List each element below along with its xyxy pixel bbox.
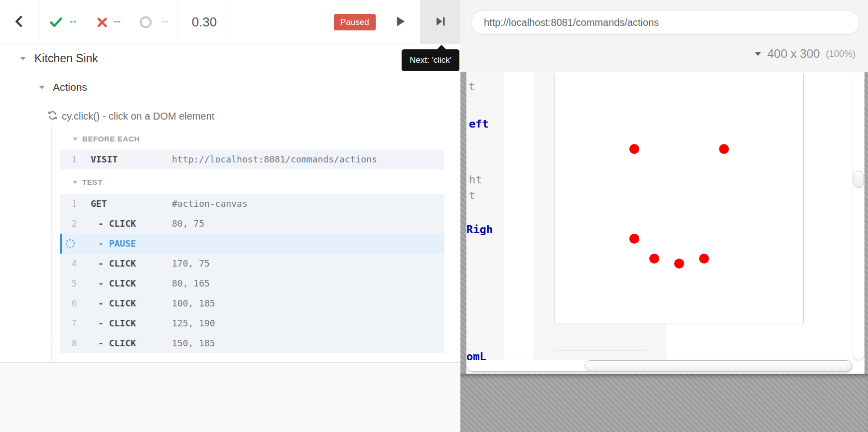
command-message: http://localhost:8081/commands/actions <box>172 149 377 169</box>
command-number: 5 <box>60 274 77 293</box>
vertical-scrollbar-track[interactable] <box>853 73 864 360</box>
repeat-icon <box>47 110 58 123</box>
runner-bottom-hatch <box>460 374 868 432</box>
aut-divider-line <box>554 350 647 351</box>
command-row[interactable]: 1 VISIT http://localhost:8081/commands/a… <box>60 149 444 169</box>
command-method: CLICK <box>98 293 136 313</box>
reporter-footer-area <box>0 362 460 432</box>
command-row[interactable]: 6 CLICK 100, 185 <box>60 293 444 313</box>
url-address-bar[interactable]: http://localhost:8081/commands/actions <box>471 10 860 35</box>
before-each-commands: 1 VISIT http://localhost:8081/commands/a… <box>60 149 444 169</box>
command-row-paused[interactable]: PAUSE <box>60 234 444 254</box>
code-fragment: eft <box>469 118 489 131</box>
section-label: TEST <box>82 178 103 186</box>
reporter-toolbar: -- -- -- 0.30 Paused <box>0 0 460 44</box>
command-message: 150, 185 <box>172 333 215 353</box>
url-text: http://localhost:8081/commands/actions <box>484 17 659 28</box>
code-fragment: t <box>469 189 475 202</box>
passed-count: -- <box>70 16 77 27</box>
suite-title: Actions <box>53 81 87 93</box>
viewport-caret-icon <box>755 52 761 56</box>
code-fragment: t <box>468 80 475 93</box>
failed-cross-icon <box>96 16 108 30</box>
viewport-size: 400 x 300 <box>767 47 820 61</box>
command-row[interactable]: 1 GET #action-canvas <box>60 194 444 214</box>
passed-check-icon <box>49 15 63 31</box>
command-number: 4 <box>60 254 77 274</box>
pause-spinner-icon <box>65 238 76 251</box>
click-dot <box>649 254 659 264</box>
command-method: CLICK <box>98 333 136 353</box>
horizontal-scrollbar-thumb[interactable] <box>584 360 852 371</box>
viewport-size-selector[interactable]: 400 x 300 (100%) <box>755 46 856 62</box>
suite-actions[interactable]: Actions <box>39 81 87 93</box>
tooltip-text: Next: 'click' <box>410 55 451 65</box>
play-icon <box>395 15 407 29</box>
vertical-scrollbar-thumb[interactable] <box>854 171 864 188</box>
toolbar-divider <box>39 0 39 44</box>
click-dot <box>699 254 709 264</box>
aut-code-block <box>534 72 554 323</box>
suite-kitchen-sink[interactable]: Kitchen Sink <box>20 52 98 65</box>
command-number: 1 <box>60 149 77 169</box>
command-method: CLICK <box>98 274 136 293</box>
duration-timer: 0.30 <box>178 0 231 44</box>
runner-panel: http://localhost:8081/commands/actions 4… <box>460 0 868 432</box>
command-message: 80, 165 <box>172 274 210 293</box>
suite-title: Kitchen Sink <box>34 52 98 65</box>
command-message: 125, 190 <box>172 313 215 333</box>
command-message: 170, 75 <box>172 254 210 274</box>
command-method: CLICK <box>98 313 136 333</box>
command-row[interactable]: 7 CLICK 125, 190 <box>60 313 444 333</box>
pending-circle-icon <box>139 15 152 31</box>
next-step-button[interactable] <box>420 0 460 44</box>
click-dot <box>719 144 729 154</box>
caret-down-icon <box>20 57 26 60</box>
iframe-left-border <box>460 72 466 374</box>
failed-count: -- <box>114 16 121 27</box>
resume-button[interactable] <box>388 0 413 44</box>
action-canvas[interactable] <box>554 74 804 323</box>
aut-code-block <box>534 323 666 360</box>
back-button[interactable] <box>0 0 39 44</box>
command-method: VISIT <box>91 149 118 169</box>
section-before-each[interactable]: BEFORE EACH <box>73 135 140 143</box>
command-row[interactable]: 4 CLICK 170, 75 <box>60 254 444 274</box>
caret-down-icon <box>73 138 78 141</box>
step-forward-icon <box>435 16 446 28</box>
command-number: 2 <box>60 214 77 234</box>
command-row[interactable]: 8 CLICK 150, 185 <box>60 333 444 353</box>
command-method: CLICK <box>98 214 136 234</box>
section-label: BEFORE EACH <box>82 135 140 143</box>
caret-down-icon <box>73 181 78 184</box>
aut-code-column: tefthttRighomL <box>466 72 504 360</box>
app-under-test-frame: tefthttRighomL <box>460 72 868 374</box>
command-number: 6 <box>60 293 77 313</box>
paused-badge: Paused <box>334 14 376 30</box>
command-number: 8 <box>60 333 77 353</box>
code-fragment: omL <box>466 350 486 360</box>
iframe-right-border <box>865 72 868 374</box>
test-title: cy.click() - click on a DOM element <box>62 111 214 122</box>
section-test[interactable]: TEST <box>73 178 103 186</box>
code-fragment: Righ <box>466 223 493 236</box>
back-chevron-icon <box>13 15 26 29</box>
test-commands: 1 GET #action-canvas 2 CLICK 80, 75 PAUS… <box>60 194 444 353</box>
code-fragment: ht <box>469 173 482 186</box>
pending-count: -- <box>161 16 168 27</box>
command-message: 80, 75 <box>172 214 204 234</box>
cypress-test-runner-window: -- -- -- 0.30 Paused <box>0 0 868 432</box>
test-title-row[interactable]: cy.click() - click on a DOM element <box>47 110 214 123</box>
next-step-tooltip: Next: 'click' <box>402 49 459 71</box>
command-row[interactable]: 2 CLICK 80, 75 <box>60 214 444 234</box>
command-message: 100, 185 <box>172 293 215 313</box>
click-dot <box>629 234 639 244</box>
toolbar-divider <box>231 0 231 44</box>
command-method: PAUSE <box>98 234 136 254</box>
command-number: 7 <box>60 313 77 333</box>
command-method: GET <box>91 194 107 214</box>
command-row[interactable]: 5 CLICK 80, 165 <box>60 274 444 293</box>
command-method: CLICK <box>98 254 136 274</box>
viewport-scale: (100%) <box>826 48 856 59</box>
click-dot <box>674 259 684 269</box>
